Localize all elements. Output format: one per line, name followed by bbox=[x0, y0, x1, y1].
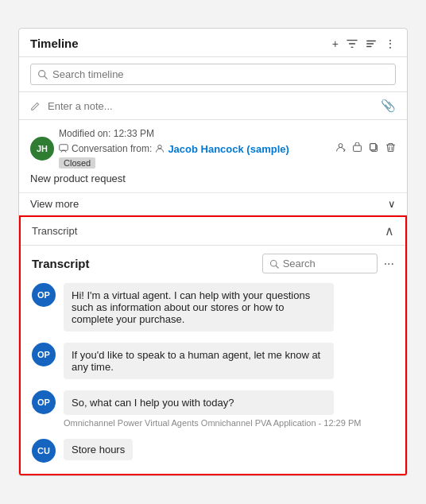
avatar-cu: CU bbox=[32, 439, 56, 463]
copy-icon[interactable] bbox=[369, 142, 379, 155]
chevron-down-icon: ∨ bbox=[388, 198, 396, 210]
transcript-section: Transcript ∧ Transcript ··· bbox=[19, 215, 407, 475]
transcript-more-icon[interactable]: ··· bbox=[384, 257, 394, 271]
transcript-header: Transcript ∧ bbox=[21, 217, 405, 246]
add-icon[interactable]: + bbox=[332, 37, 339, 50]
transcript-title: Transcript bbox=[32, 257, 90, 270]
chat-message-1: OP Hi! I'm a virtual agent. I can help w… bbox=[32, 283, 394, 331]
header-icons: + ⋮ bbox=[332, 37, 396, 50]
panel-header: Timeline + ⋮ bbox=[19, 29, 407, 57]
transcript-section-label: Transcript bbox=[32, 225, 77, 237]
conversation-label: Conversation from: bbox=[72, 143, 152, 154]
bubble-footer-3: Omnichannel Power Virtual Agents Omnicha… bbox=[64, 418, 361, 428]
bubble-1: Hi! I'm a virtual agent. I can help with… bbox=[64, 283, 334, 331]
transcript-content: Transcript ··· OP Hi! I'm a virtual agen… bbox=[21, 246, 405, 474]
svg-rect-2 bbox=[60, 145, 68, 151]
status-badge: Closed bbox=[59, 157, 95, 169]
activity-item: JH Modified on: 12:33 PM Conversation fr… bbox=[19, 120, 407, 193]
avatar-op-3: OP bbox=[32, 390, 56, 414]
delete-icon[interactable] bbox=[385, 142, 396, 155]
avatar-jh: JH bbox=[30, 137, 54, 161]
svg-line-10 bbox=[276, 266, 278, 268]
assign-icon[interactable] bbox=[335, 142, 346, 155]
note-input[interactable] bbox=[48, 100, 381, 112]
transcript-search-box[interactable] bbox=[262, 254, 378, 273]
activity-content: Modified on: 12:33 PM Conversation from:… bbox=[59, 128, 396, 169]
svg-point-3 bbox=[158, 145, 162, 149]
filter-icon[interactable] bbox=[347, 38, 358, 49]
chat-message-3: OP So, what can I help you with today? O… bbox=[32, 390, 394, 428]
view-more-row[interactable]: View more ∨ bbox=[19, 193, 407, 215]
action-icons bbox=[335, 142, 396, 155]
bubble-3: So, what can I help you with today? bbox=[64, 390, 334, 415]
avatar-op-1: OP bbox=[32, 283, 56, 307]
panel-title: Timeline bbox=[30, 37, 79, 50]
svg-rect-5 bbox=[354, 145, 362, 151]
timeline-panel: Timeline + ⋮ bbox=[18, 28, 408, 476]
chat-message-partial: CU Store hours bbox=[32, 439, 394, 463]
svg-point-4 bbox=[339, 144, 343, 148]
transcript-toolbar: Transcript ··· bbox=[32, 254, 394, 273]
bubble-2: If you'd like to speak to a human agent,… bbox=[64, 343, 334, 379]
note-area: 📎 bbox=[19, 92, 407, 120]
svg-line-1 bbox=[45, 76, 47, 79]
more-options-icon[interactable]: ⋮ bbox=[385, 37, 396, 50]
activity-header: JH Modified on: 12:33 PM Conversation fr… bbox=[30, 128, 396, 169]
sort-icon[interactable] bbox=[366, 38, 377, 49]
svg-rect-7 bbox=[370, 144, 376, 150]
avatar-op-2: OP bbox=[32, 343, 56, 366]
chevron-up-icon[interactable]: ∧ bbox=[385, 223, 394, 238]
bubble-partial: Store hours bbox=[64, 439, 133, 460]
contact-name[interactable]: Jacob Hancock (sample) bbox=[168, 143, 289, 155]
chat-message-2: OP If you'd like to speak to a human age… bbox=[32, 343, 394, 379]
transcript-search-area: ··· bbox=[262, 254, 394, 273]
transcript-search-input[interactable] bbox=[283, 258, 370, 269]
search-timeline-wrap[interactable] bbox=[30, 64, 396, 85]
view-more-label: View more bbox=[30, 198, 79, 210]
activity-meta: Modified on: 12:33 PM bbox=[59, 128, 396, 139]
attachment-icon[interactable]: 📎 bbox=[381, 99, 396, 113]
activity-subject: New product request bbox=[30, 173, 396, 184]
export-icon[interactable] bbox=[352, 142, 362, 155]
search-timeline-input[interactable] bbox=[52, 68, 389, 80]
search-bar bbox=[19, 57, 407, 92]
conversation-row: Conversation from: Jacob Hancock (sample… bbox=[59, 142, 396, 155]
